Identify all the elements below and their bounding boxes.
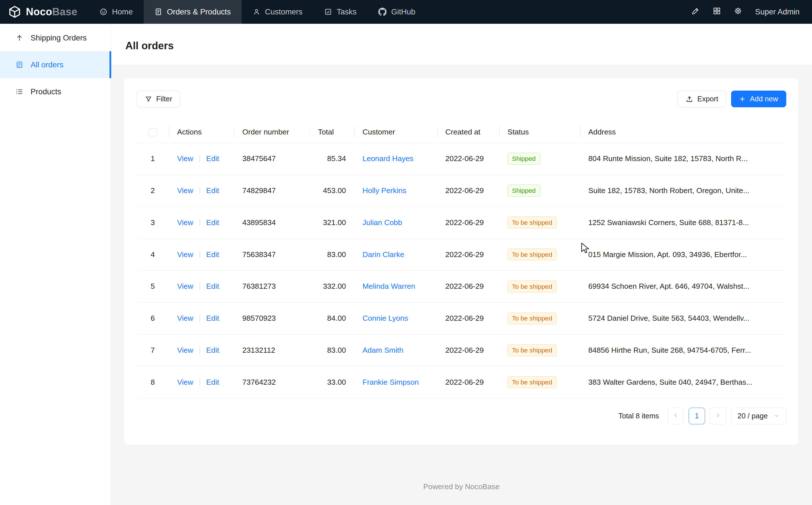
chevron-left-icon <box>672 412 679 420</box>
view-link[interactable]: View <box>177 154 193 163</box>
row-index: 5 <box>137 270 169 302</box>
nav-item-customers[interactable]: Customers <box>242 0 313 24</box>
filter-button[interactable]: Filter <box>137 91 180 107</box>
view-link[interactable]: View <box>177 378 193 386</box>
customer-link[interactable]: Leonard Hayes <box>362 154 414 163</box>
view-link[interactable]: View <box>177 250 193 259</box>
sidebar-item-all-orders[interactable]: All orders <box>0 51 110 78</box>
customer-cell: Melinda Warren <box>354 270 437 302</box>
orders-icon <box>155 8 162 16</box>
nocobase-logo-icon <box>8 5 21 18</box>
brand-text: NocoBase <box>26 6 77 18</box>
orders-table: Actions Order number Total Customer Crea… <box>137 121 786 398</box>
toolbar-right: Export Add new <box>677 91 786 107</box>
current-user[interactable]: Super Admin <box>755 7 800 16</box>
row-index: 7 <box>137 334 169 366</box>
customer-link[interactable]: Holly Perkins <box>362 186 406 195</box>
row-index: 4 <box>137 238 169 271</box>
sidebar-item-label: All orders <box>31 60 63 69</box>
top-navbar: NocoBase Home Orders & Products Customer… <box>0 0 812 24</box>
unordered-list-icon <box>16 88 23 96</box>
total-cell: 453.00 <box>310 175 354 207</box>
column-header-customer: Customer <box>354 121 437 143</box>
row-index: 1 <box>137 143 169 175</box>
nav-item-github[interactable]: GitHub <box>367 0 427 24</box>
nav-item-home[interactable]: Home <box>89 0 144 24</box>
customer-link[interactable]: Frankie Simpson <box>362 378 419 386</box>
page-1-button[interactable]: 1 <box>689 407 705 424</box>
settings-button[interactable] <box>734 7 742 17</box>
status-cell: Shipped <box>499 175 580 207</box>
order-number-cell: 73764232 <box>234 366 309 398</box>
grid-icon <box>713 7 721 17</box>
customer-cell: Adam Smith <box>354 334 437 366</box>
column-header-status: Status <box>499 121 580 143</box>
ui-editor-button[interactable] <box>692 7 700 17</box>
view-link[interactable]: View <box>177 314 193 322</box>
row-index: 6 <box>137 302 169 334</box>
edit-link[interactable]: Edit <box>206 346 219 354</box>
divider <box>200 283 200 290</box>
brand-noco: Noco <box>26 6 52 18</box>
edit-link[interactable]: Edit <box>206 186 219 195</box>
created-at-cell: 2022-06-29 <box>437 270 499 302</box>
nav-item-label: Customers <box>265 7 303 16</box>
table-row: 8 ViewEdit 73764232 33.00 Frankie Simpso… <box>137 366 786 398</box>
status-cell: To be shipped <box>499 366 580 398</box>
export-button[interactable]: Export <box>677 91 726 107</box>
table-row: 2 ViewEdit 74829847 453.00 Holly Perkins… <box>137 175 786 207</box>
customer-link[interactable]: Darin Clarke <box>362 250 404 259</box>
table-row: 6 ViewEdit 98570923 84.00 Connie Lyons 2… <box>137 302 786 334</box>
edit-link[interactable]: Edit <box>206 250 219 259</box>
orders-list-icon <box>16 61 23 68</box>
view-link[interactable]: View <box>177 346 193 354</box>
view-link[interactable]: View <box>177 218 193 227</box>
customer-link[interactable]: Melinda Warren <box>362 282 415 291</box>
customers-icon <box>253 8 260 16</box>
edit-link[interactable]: Edit <box>206 154 219 163</box>
edit-link[interactable]: Edit <box>206 282 219 291</box>
brand[interactable]: NocoBase <box>0 0 89 24</box>
view-link[interactable]: View <box>177 186 193 195</box>
created-at-cell: 2022-06-29 <box>437 175 499 207</box>
total-cell: 83.00 <box>310 334 354 366</box>
created-at-cell: 2022-06-29 <box>437 302 499 334</box>
add-new-button[interactable]: Add new <box>731 91 786 107</box>
status-badge: Shipped <box>508 185 540 196</box>
view-link[interactable]: View <box>177 282 193 291</box>
tasks-icon <box>324 8 332 16</box>
highlighter-icon <box>692 7 700 17</box>
select-all-checkbox[interactable] <box>149 128 157 137</box>
app-root: NocoBase Home Orders & Products Customer… <box>0 0 812 505</box>
column-header-actions: Actions <box>169 121 234 143</box>
customer-link[interactable]: Julian Cobb <box>362 218 402 227</box>
plugin-manager-button[interactable] <box>713 7 721 17</box>
customer-link[interactable]: Connie Lyons <box>362 314 408 322</box>
edit-link[interactable]: Edit <box>206 314 219 322</box>
customer-link[interactable]: Adam Smith <box>362 346 403 354</box>
status-cell: To be shipped <box>499 238 580 271</box>
row-index: 3 <box>137 207 169 238</box>
nav-item-label: GitHub <box>391 7 415 16</box>
customer-cell: Darin Clarke <box>354 238 437 271</box>
navbar-right: Super Admin <box>679 0 812 24</box>
order-number-cell: 76381273 <box>234 270 309 302</box>
status-badge: To be shipped <box>508 313 557 324</box>
edit-link[interactable]: Edit <box>206 378 219 386</box>
address-cell: 1252 Swaniawski Corners, Suite 688, 8137… <box>580 207 786 238</box>
prev-page-button[interactable] <box>667 407 684 424</box>
status-cell: Shipped <box>499 143 580 175</box>
edit-link[interactable]: Edit <box>206 218 219 227</box>
created-at-cell: 2022-06-29 <box>437 143 499 175</box>
address-cell: 383 Walter Gardens, Suite 040, 24947, Be… <box>580 366 786 398</box>
nav-item-tasks[interactable]: Tasks <box>313 0 367 24</box>
sidebar-item-shipping-orders[interactable]: Shipping Orders <box>0 24 110 51</box>
address-cell: Suite 182, 15783, North Robert, Oregon, … <box>580 175 786 207</box>
nav-item-orders-products[interactable]: Orders & Products <box>144 0 242 24</box>
next-page-button[interactable] <box>710 407 727 424</box>
page-size-select[interactable]: 20 / page <box>731 407 786 424</box>
sidebar-item-products[interactable]: Products <box>0 78 110 105</box>
actions-cell: ViewEdit <box>169 366 234 398</box>
order-number-cell: 75638347 <box>234 238 309 271</box>
layout: Shipping Orders All orders Products All … <box>0 24 812 505</box>
